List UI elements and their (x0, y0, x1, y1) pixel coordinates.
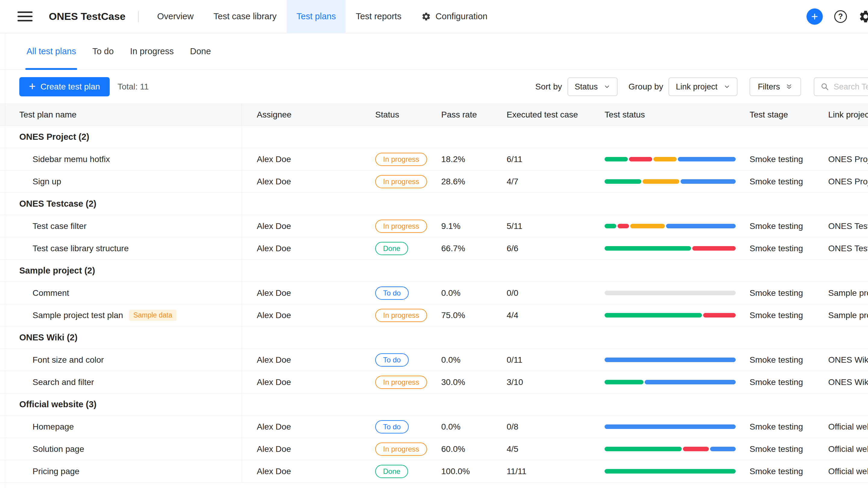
nav-item-label: Test plans (297, 11, 336, 22)
bar-segment-blue (645, 380, 736, 384)
bar-segment-green (604, 157, 628, 161)
test-plan-name[interactable]: Sidebar memu hotfix (33, 155, 110, 164)
tab-in-progress[interactable]: In progress (130, 33, 174, 70)
chevron-down-icon (604, 84, 610, 90)
test-plan-row: CommentAlex DoeTo do0.0%0/0Smoke testing… (0, 282, 868, 304)
bar-segment-green (604, 179, 641, 184)
bar-segment-green (604, 313, 702, 318)
nav-item-configuration[interactable]: Configuration (411, 0, 498, 33)
bar-segment-red (692, 246, 736, 251)
cell-executed-test-case: 3/10 (507, 378, 604, 387)
cell-test-plan-name: Sample project test planSample data (0, 304, 242, 326)
cell-assignee: Alex Doe (242, 288, 375, 298)
nav-item-test-reports[interactable]: Test reports (346, 0, 411, 33)
settings-gear-icon[interactable] (858, 9, 868, 24)
cell-test-plan-name: Sign up (0, 170, 242, 193)
test-plan-name[interactable]: Sign up (33, 177, 61, 187)
col-test-stage[interactable]: Test stage (749, 110, 828, 120)
cell-test-plan-name: Sidebar memu hotfix (0, 148, 242, 170)
gear-icon (421, 12, 431, 22)
cell-pass-rate: 66.7% (441, 244, 507, 253)
group-row: Official website (3) (0, 393, 868, 416)
cell-link-project: Sample project (828, 288, 868, 298)
group-title: Sample project (2) (0, 260, 242, 282)
status-badge: In progress (375, 309, 427, 322)
cell-pass-rate: 9.1% (441, 221, 507, 231)
test-plan-name[interactable]: Homepage (33, 422, 74, 432)
test-status-bar (604, 157, 736, 161)
group-row: ONES Wiki (2) (0, 327, 868, 349)
group-by-select[interactable]: Link project (669, 77, 737, 96)
group-by-label: Group by (628, 82, 663, 92)
group-row: Sample project (2) (0, 260, 868, 282)
nav-item-test-plans[interactable]: Test plans (287, 0, 346, 33)
cell-test-status (604, 291, 749, 295)
group-title: ONES Project (2) (0, 126, 242, 148)
chevron-down-icon (724, 84, 730, 90)
test-plan-name[interactable]: Search and filter (33, 378, 94, 387)
test-plan-row: Font size and colorAlex DoeTo do0.0%0/11… (0, 349, 868, 371)
filters-button[interactable]: Filters (749, 77, 801, 96)
test-status-bar (604, 291, 736, 295)
col-executed-test-case[interactable]: Executed test case (507, 110, 604, 120)
test-plan-name[interactable]: Comment (33, 288, 69, 298)
cell-pass-rate: 18.2% (441, 155, 507, 164)
bar-segment-green (604, 380, 644, 384)
col-link-project[interactable]: Link project (828, 110, 868, 120)
cell-pass-rate: 0.0% (441, 355, 507, 365)
test-plan-name[interactable]: Test case filter (33, 221, 87, 231)
test-plan-name[interactable]: Font size and color (33, 355, 104, 365)
col-test-status[interactable]: Test status (604, 110, 749, 120)
cell-assignee: Alex Doe (242, 244, 375, 253)
test-plan-row: Search and filterAlex DoeIn progress30.0… (0, 371, 868, 393)
status-badge: In progress (375, 376, 427, 389)
cell-pass-rate: 0.0% (441, 288, 507, 298)
group-spacer (242, 327, 868, 349)
bar-segment-orange (643, 179, 679, 184)
cell-test-plan-name: Pricing page (0, 460, 242, 482)
bar-segment-blue (681, 179, 736, 184)
col-pass-rate[interactable]: Pass rate (441, 110, 507, 120)
tab-all-test-plans[interactable]: All test plans (27, 33, 76, 70)
test-plan-name[interactable]: Pricing page (33, 466, 80, 476)
bar-segment-blue (604, 358, 736, 362)
search-box[interactable] (814, 77, 868, 96)
nav-item-overview[interactable]: Overview (147, 0, 204, 33)
test-status-bar (604, 246, 736, 251)
test-plan-name[interactable]: Test case library structure (33, 244, 129, 253)
status-badge: Done (375, 242, 408, 255)
bar-segment-blue (678, 157, 736, 161)
cell-pass-rate: 30.0% (441, 378, 507, 387)
bar-segment-red (703, 313, 736, 318)
tab-done[interactable]: Done (190, 33, 211, 70)
table-body: ONES Project (2)Sidebar memu hotfixAlex … (0, 126, 868, 483)
cell-assignee: Alex Doe (242, 155, 375, 164)
search-input[interactable] (834, 82, 868, 92)
create-test-plan-button[interactable]: + Create test plan (19, 77, 110, 96)
cell-test-plan-name: Comment (0, 282, 242, 304)
help-icon[interactable]: ? (834, 10, 847, 23)
create-plus-button[interactable] (807, 8, 823, 25)
test-plan-row: Sidebar memu hotfixAlex DoeIn progress18… (0, 148, 868, 170)
title-divider (138, 11, 138, 22)
menu-icon[interactable] (18, 11, 33, 22)
col-assignee[interactable]: Assignee (242, 110, 375, 120)
bar-segment-green (604, 224, 616, 228)
nav-item-test-case-library[interactable]: Test case library (204, 0, 287, 33)
cell-test-stage: Smoke testing (749, 422, 828, 432)
cell-pass-rate: 60.0% (441, 444, 507, 454)
cell-test-status (604, 246, 749, 251)
cell-link-project: Official website (828, 444, 868, 454)
status-badge: In progress (375, 175, 427, 188)
col-status[interactable]: Status (375, 110, 441, 120)
sort-by-select[interactable]: Status (567, 77, 618, 96)
group-by-value: Link project (676, 82, 717, 92)
group-spacer (242, 393, 868, 415)
test-status-bar (604, 380, 736, 384)
tab-to-do[interactable]: To do (92, 33, 114, 70)
col-test-plan-name[interactable]: Test plan name (0, 104, 242, 126)
cell-status: In progress (375, 175, 441, 188)
test-plan-name[interactable]: Sample project test plan (33, 311, 123, 320)
test-plan-name[interactable]: Solution page (33, 444, 84, 454)
test-plans-table: Test plan name Assignee Status Pass rate… (0, 104, 868, 483)
